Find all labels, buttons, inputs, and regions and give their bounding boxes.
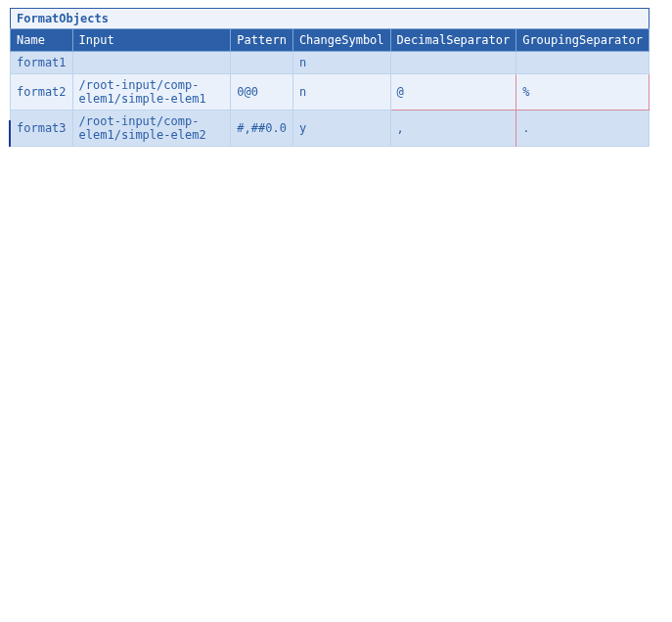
col-change: ChangeSymbol	[292, 29, 390, 52]
table-row: format1n	[11, 52, 650, 74]
col-pattern: Pattern	[231, 29, 293, 52]
format-objects-title: FormatObjects	[10, 8, 650, 28]
col-input: Input	[72, 29, 231, 52]
table-row: format2/root-input/comp-elem1/simple-ele…	[11, 74, 650, 111]
col-grp: GroupingSeparator	[516, 29, 650, 52]
format-objects-table: FormatObjects Name Input Pattern ChangeS…	[10, 8, 650, 147]
table-row: format3/root-input/comp-elem1/simple-ele…	[11, 111, 650, 147]
col-name: Name	[11, 29, 73, 52]
col-dec: DecimalSeparator	[390, 29, 516, 52]
callout-connector	[515, 102, 516, 147]
